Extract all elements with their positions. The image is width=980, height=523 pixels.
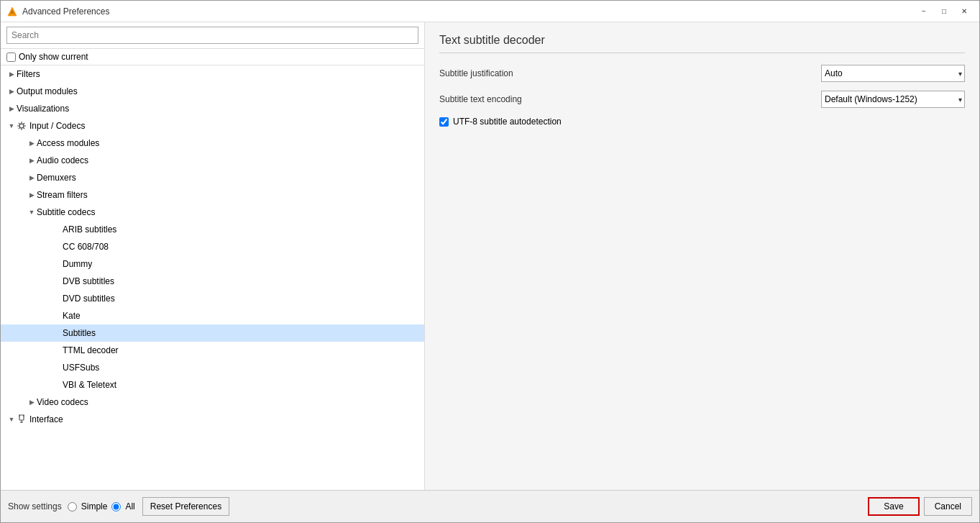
- tree-item-label: DVB subtitles: [63, 276, 114, 286]
- all-label: All: [125, 501, 134, 511]
- simple-label: Simple: [81, 501, 108, 511]
- arrow-icon: ▶: [27, 399, 37, 406]
- subtitle-encoding-dropdown[interactable]: Default (Windows-1252) UTF-8 ISO-8859-1 …: [821, 91, 965, 108]
- tree-item-video-codecs[interactable]: ▶ Video codecs: [1, 394, 424, 411]
- tree-item-label: Stream filters: [37, 190, 88, 200]
- arrow-icon: ▶: [27, 191, 37, 199]
- subtitle-encoding-label: Subtitle text encoding: [439, 94, 821, 104]
- save-button[interactable]: Save: [868, 497, 919, 516]
- tree-item-arib-subtitles[interactable]: ARIB subtitles: [1, 221, 424, 238]
- content-area: Only show current ▶ Filters ▶ Output mod…: [1, 22, 979, 490]
- tree-item-dvd-subtitles[interactable]: DVD subtitles: [1, 290, 424, 307]
- cancel-button[interactable]: Cancel: [924, 497, 972, 516]
- tree-item-label: Dummy: [63, 259, 92, 269]
- tree-item-dummy[interactable]: Dummy: [1, 255, 424, 273]
- app-window: Advanced Preferences − □ ✕ Only show cur…: [0, 0, 980, 523]
- plug-icon: [17, 414, 27, 424]
- tree-item-label: Interface: [29, 414, 63, 424]
- tree-item-label: TTML decoder: [63, 345, 119, 355]
- arrow-icon: ▶: [6, 88, 17, 95]
- subtitle-encoding-dropdown-wrapper: Default (Windows-1252) UTF-8 ISO-8859-1 …: [821, 91, 965, 108]
- utf8-autodetection-label: UTF-8 subtitle autodetection: [453, 117, 562, 127]
- tree-item-access-modules[interactable]: ▶ Access modules: [1, 135, 424, 152]
- minimize-button[interactable]: −: [915, 4, 933, 19]
- arrow-icon: ▶: [6, 105, 17, 112]
- gear-icon: [17, 121, 27, 131]
- close-button[interactable]: ✕: [955, 4, 974, 19]
- show-settings-label: Show settings: [8, 501, 62, 511]
- arrow-icon: ▼: [6, 416, 17, 423]
- svg-rect-2: [10, 14, 14, 15]
- search-input[interactable]: [6, 27, 418, 44]
- subtitle-justification-dropdown-wrapper: Auto Left Center Right: [821, 65, 965, 82]
- tree-item-label: Kate: [63, 311, 81, 321]
- tree-item-label: Audio codecs: [37, 155, 88, 165]
- only-show-current-label: Only show current: [19, 52, 88, 62]
- simple-radio[interactable]: [68, 502, 77, 511]
- arrow-icon: ▼: [27, 209, 37, 216]
- tree-item-label: DVD subtitles: [63, 294, 115, 304]
- svg-rect-4: [19, 415, 24, 420]
- tree-item-label: Input / Codecs: [29, 121, 85, 131]
- tree-item-kate[interactable]: Kate: [1, 307, 424, 324]
- only-show-current-checkbox[interactable]: [6, 53, 16, 62]
- tree-item-label: Access modules: [37, 138, 99, 148]
- bottom-bar: Show settings Simple All Reset Preferenc…: [1, 490, 979, 522]
- title-bar-controls: − □ ✕: [915, 4, 974, 19]
- svg-point-3: [19, 124, 24, 128]
- tree-container: ▶ Filters ▶ Output modules ▶ Visualizati…: [1, 65, 424, 490]
- title-bar: Advanced Preferences − □ ✕: [1, 1, 979, 22]
- tree-item-label: ARIB subtitles: [63, 224, 116, 235]
- title-bar-left: Advanced Preferences: [6, 6, 915, 17]
- radio-group: Simple All: [68, 501, 135, 511]
- tree-item-dvb-subtitles[interactable]: DVB subtitles: [1, 273, 424, 290]
- tree-item-label: VBI & Teletext: [63, 380, 116, 390]
- utf8-autodetection-row: UTF-8 subtitle autodetection: [439, 117, 965, 127]
- window-title: Advanced Preferences: [22, 6, 109, 17]
- vlc-icon: [6, 6, 18, 17]
- tree-item-demuxers[interactable]: ▶ Demuxers: [1, 169, 424, 186]
- tree-item-ttml-decoder[interactable]: TTML decoder: [1, 342, 424, 359]
- tree-item-stream-filters[interactable]: ▶ Stream filters: [1, 186, 424, 204]
- tree-item-label: CC 608/708: [63, 242, 109, 252]
- left-panel: Only show current ▶ Filters ▶ Output mod…: [1, 22, 425, 490]
- tree-item-interface[interactable]: ▼ Interface: [1, 411, 424, 428]
- subtitle-justification-label: Subtitle justification: [439, 68, 821, 78]
- all-radio[interactable]: [111, 502, 121, 511]
- reset-preferences-button[interactable]: Reset Preferences: [142, 497, 229, 516]
- right-panel: Text subtitle decoder Subtitle justifica…: [425, 22, 979, 490]
- utf8-autodetection-checkbox[interactable]: [439, 117, 449, 127]
- subtitle-justification-dropdown[interactable]: Auto Left Center Right: [821, 65, 965, 82]
- tree-item-input-codecs[interactable]: ▼ Input / Codecs: [1, 117, 424, 135]
- panel-title: Text subtitle decoder: [439, 34, 965, 53]
- tree-item-label: Demuxers: [37, 173, 76, 183]
- tree-item-label: Visualizations: [17, 104, 69, 114]
- subtitle-encoding-row: Subtitle text encoding Default (Windows-…: [439, 91, 965, 108]
- tree-item-label: Video codecs: [37, 397, 88, 407]
- arrow-icon: ▶: [27, 174, 37, 181]
- arrow-icon: ▼: [6, 122, 17, 129]
- search-bar: [1, 22, 424, 49]
- tree-item-label: Filters: [17, 69, 40, 79]
- tree-item-output-modules[interactable]: ▶ Output modules: [1, 83, 424, 100]
- tree-item-subtitles[interactable]: Subtitles: [1, 324, 424, 342]
- tree-item-visualizations[interactable]: ▶ Visualizations: [1, 100, 424, 117]
- tree-item-audio-codecs[interactable]: ▶ Audio codecs: [1, 152, 424, 169]
- maximize-button[interactable]: □: [935, 4, 953, 19]
- subtitle-justification-row: Subtitle justification Auto Left Center …: [439, 65, 965, 82]
- tree-item-label: Subtitles: [63, 328, 96, 338]
- tree-item-label: Output modules: [17, 86, 78, 96]
- tree-item-label: USFSubs: [63, 363, 99, 373]
- tree-item-filters[interactable]: ▶ Filters: [1, 65, 424, 83]
- arrow-icon: ▶: [6, 71, 17, 78]
- tree-item-subtitle-codecs[interactable]: ▼ Subtitle codecs: [1, 204, 424, 221]
- tree-item-label: Subtitle codecs: [37, 207, 95, 217]
- tree-item-usfsubs[interactable]: USFSubs: [1, 359, 424, 376]
- arrow-icon: ▶: [27, 157, 37, 164]
- tree-item-cc608[interactable]: CC 608/708: [1, 238, 424, 255]
- arrow-icon: ▶: [27, 140, 37, 147]
- only-show-current-row: Only show current: [1, 49, 424, 65]
- tree-item-vbi-teletext[interactable]: VBI & Teletext: [1, 376, 424, 394]
